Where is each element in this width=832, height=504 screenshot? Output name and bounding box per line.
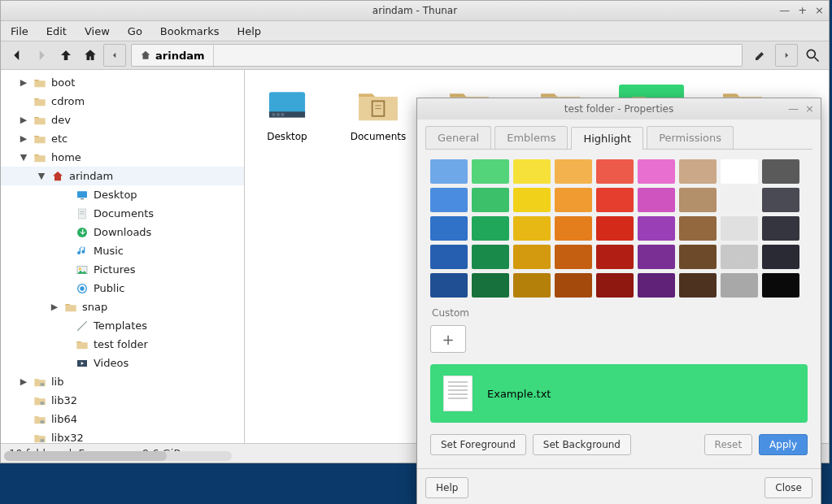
- expand-toggle[interactable]: ▼: [37, 171, 46, 181]
- tree-item-snap[interactable]: ▶snap: [1, 298, 244, 316]
- color-swatch[interactable]: [596, 245, 634, 269]
- file-item-desktop[interactable]: Desktop: [255, 85, 320, 150]
- expand-toggle[interactable]: ▶: [19, 133, 28, 144]
- tab-emblems[interactable]: Emblems: [494, 126, 568, 149]
- tab-highlight[interactable]: Highlight: [571, 127, 643, 150]
- color-swatch[interactable]: [555, 188, 592, 212]
- close-dialog-button[interactable]: Close: [764, 477, 812, 498]
- color-swatch[interactable]: [596, 188, 634, 212]
- expand-toggle[interactable]: ▶: [19, 77, 28, 88]
- tree-item-lib32[interactable]: lib32: [1, 391, 244, 410]
- tree-item-dev[interactable]: ▶dev: [1, 111, 244, 129]
- color-swatch[interactable]: [638, 273, 675, 298]
- tree-item-lib[interactable]: ▶lib: [1, 372, 244, 391]
- tree-item-boot[interactable]: ▶boot: [1, 73, 244, 92]
- color-swatch[interactable]: [721, 188, 758, 212]
- color-swatch[interactable]: [555, 273, 592, 298]
- set-background-button[interactable]: Set Background: [533, 434, 631, 455]
- color-swatch[interactable]: [472, 216, 509, 241]
- tab-permissions[interactable]: Permissions: [647, 126, 734, 149]
- path-menu-button[interactable]: [775, 44, 798, 67]
- scrollbar-thumb[interactable]: [4, 451, 167, 461]
- tree-item-videos[interactable]: Videos: [1, 354, 244, 372]
- color-swatch[interactable]: [555, 245, 592, 269]
- search-button[interactable]: [801, 44, 824, 67]
- color-swatch[interactable]: [430, 216, 468, 241]
- maximize-button[interactable]: +: [798, 4, 807, 16]
- add-custom-color-button[interactable]: +: [430, 325, 466, 353]
- color-swatch[interactable]: [472, 159, 509, 184]
- path-collapse-button[interactable]: [103, 44, 126, 67]
- color-swatch[interactable]: [596, 273, 634, 298]
- edit-path-button[interactable]: [749, 44, 772, 67]
- color-swatch[interactable]: [555, 216, 592, 241]
- color-swatch[interactable]: [430, 273, 468, 298]
- tree-item-downloads[interactable]: Downloads: [1, 223, 244, 241]
- color-swatch[interactable]: [596, 159, 634, 184]
- menu-file[interactable]: File: [11, 25, 28, 37]
- sidebar-hscrollbar[interactable]: [4, 451, 232, 461]
- expand-toggle[interactable]: ▶: [19, 115, 28, 125]
- color-swatch[interactable]: [430, 188, 468, 212]
- dialog-minimize-button[interactable]: —: [788, 102, 799, 115]
- color-swatch[interactable]: [513, 273, 551, 298]
- minimize-button[interactable]: —: [779, 4, 790, 16]
- color-swatch[interactable]: [555, 159, 592, 184]
- tree-item-etc[interactable]: ▶etc: [1, 129, 244, 148]
- tree-item-music[interactable]: Music: [1, 241, 244, 260]
- color-swatch[interactable]: [513, 188, 551, 212]
- color-swatch[interactable]: [430, 245, 468, 269]
- set-foreground-button[interactable]: Set Foreground: [430, 434, 526, 455]
- expand-toggle[interactable]: ▶: [50, 302, 59, 312]
- color-swatch[interactable]: [721, 159, 758, 184]
- tree-item-arindam[interactable]: ▼arindam: [1, 167, 244, 185]
- titlebar[interactable]: arindam - Thunar — + ×: [1, 1, 829, 21]
- sidebar-tree[interactable]: ▶bootcdrom▶dev▶etc▼home▼arindamDesktopDo…: [1, 70, 245, 443]
- color-swatch[interactable]: [721, 273, 758, 298]
- color-swatch[interactable]: [762, 188, 799, 212]
- tree-item-templates[interactable]: Templates: [1, 316, 244, 335]
- color-swatch[interactable]: [472, 273, 509, 298]
- color-swatch[interactable]: [762, 159, 799, 184]
- home-button[interactable]: [79, 44, 102, 67]
- color-swatch[interactable]: [762, 273, 799, 298]
- dialog-close-button[interactable]: ×: [805, 102, 814, 115]
- back-button[interactable]: [6, 44, 28, 67]
- color-swatch[interactable]: [762, 216, 799, 241]
- color-swatch[interactable]: [679, 159, 717, 184]
- color-swatch[interactable]: [679, 245, 717, 269]
- color-swatch[interactable]: [596, 216, 634, 241]
- apply-button[interactable]: Apply: [759, 434, 808, 455]
- color-swatch[interactable]: [679, 188, 717, 212]
- tree-item-cdrom[interactable]: cdrom: [1, 92, 244, 111]
- pathbar[interactable]: arindam: [131, 44, 743, 67]
- close-button[interactable]: ×: [815, 4, 824, 16]
- menu-view[interactable]: View: [85, 25, 110, 37]
- color-swatch[interactable]: [638, 159, 675, 184]
- tree-item-test-folder[interactable]: test folder: [1, 335, 244, 354]
- color-swatch[interactable]: [721, 216, 758, 241]
- menu-edit[interactable]: Edit: [46, 25, 67, 37]
- tree-item-desktop[interactable]: Desktop: [1, 185, 244, 204]
- tree-item-public[interactable]: Public: [1, 279, 244, 298]
- dialog-titlebar[interactable]: test folder - Properties — ×: [417, 98, 821, 119]
- color-swatch[interactable]: [513, 216, 551, 241]
- color-swatch[interactable]: [513, 245, 551, 269]
- expand-toggle[interactable]: ▶: [19, 376, 28, 387]
- color-swatch[interactable]: [472, 245, 509, 269]
- color-swatch[interactable]: [638, 188, 675, 212]
- color-swatch[interactable]: [472, 188, 509, 212]
- tree-item-pictures[interactable]: Pictures: [1, 260, 244, 279]
- tab-general[interactable]: General: [425, 126, 491, 149]
- file-item-documents[interactable]: Documents: [346, 85, 411, 150]
- expand-toggle[interactable]: ▼: [19, 152, 28, 163]
- parent-button[interactable]: [54, 44, 77, 67]
- tree-item-lib64[interactable]: lib64: [1, 410, 244, 428]
- menu-help[interactable]: Help: [237, 25, 261, 37]
- help-button[interactable]: Help: [425, 477, 468, 498]
- menu-bookmarks[interactable]: Bookmarks: [160, 25, 220, 37]
- color-swatch[interactable]: [513, 159, 551, 184]
- color-swatch[interactable]: [721, 245, 758, 269]
- color-swatch[interactable]: [638, 216, 675, 241]
- color-swatch[interactable]: [679, 216, 717, 241]
